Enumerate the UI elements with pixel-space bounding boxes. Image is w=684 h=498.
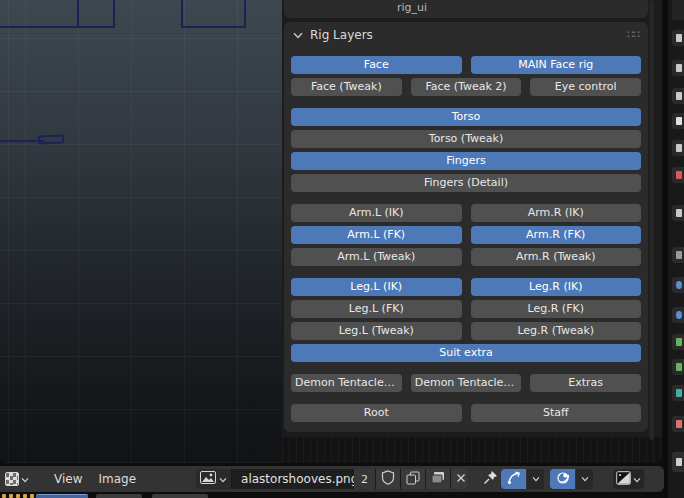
rig-layer-row: Arm.L (IK) Arm.R (IK) — [291, 204, 641, 222]
duplicate-icon — [406, 471, 420, 488]
image-editor-header: View Image alastorshooves.png 2 — [0, 466, 664, 492]
wireframe-bone — [38, 135, 64, 145]
rig-layer-button[interactable]: Leg.R (Tweak) — [471, 322, 642, 340]
properties-tab-icon[interactable] — [672, 307, 684, 323]
properties-tab-icon[interactable] — [672, 247, 684, 263]
editor-type-selector[interactable] — [2, 470, 32, 488]
properties-tab-icon[interactable] — [672, 60, 684, 76]
partial-panel — [672, 0, 684, 20]
menu-image[interactable]: Image — [90, 472, 144, 486]
overlays-toggle-widget — [550, 469, 593, 489]
display-channels-selector[interactable] — [613, 469, 644, 489]
rig-layer-button[interactable]: MAIN Face rig — [471, 56, 642, 74]
gizmos-toggle-widget — [501, 469, 544, 489]
panel-rig-ui: rig_ui — [284, 0, 648, 18]
rig-layer-button[interactable]: Face (Tweak) — [291, 78, 402, 96]
properties-tab-icon[interactable] — [672, 113, 684, 129]
rig-layer-row: Leg.L (Tweak) Leg.R (Tweak) — [291, 322, 641, 340]
rig-layer-button[interactable]: Fingers — [291, 152, 641, 170]
rig-layer-button[interactable]: Leg.L (Tweak) — [291, 322, 462, 340]
properties-tab-icon[interactable] — [672, 334, 684, 350]
rig-layer-button[interactable]: Arm.R (Tweak) — [471, 248, 642, 266]
keyframe-icon[interactable] — [16, 494, 20, 498]
rig-layer-button[interactable]: Staff — [471, 404, 642, 422]
drag-grip-icon[interactable]: ∷∷ — [627, 30, 639, 40]
rig-layer-row: Arm.L (Tweak) Arm.R (Tweak) — [291, 248, 641, 266]
properties-tab-icon[interactable] — [672, 416, 684, 432]
rig-layer-button[interactable]: Leg.L (FK) — [291, 300, 462, 318]
rig-layer-button[interactable]: Face — [291, 56, 462, 74]
properties-tab-icon[interactable] — [672, 167, 684, 183]
rig-layer-button[interactable]: Leg.R (IK) — [471, 278, 642, 296]
chevron-down-icon — [219, 473, 227, 486]
rig-layer-button[interactable]: Fingers (Detail) — [291, 174, 641, 192]
rig-layers-body: Face MAIN Face rig Face (Tweak) Face (Tw… — [284, 48, 648, 436]
rig-layer-button[interactable]: Torso (Tweak) — [291, 130, 641, 148]
rig-layer-button[interactable]: Arm.L (IK) — [291, 204, 462, 222]
keyframe-icon[interactable] — [2, 494, 6, 498]
viewport-background — [0, 0, 282, 463]
menu-view[interactable]: View — [46, 472, 90, 486]
rig-layer-row: Torso (Tweak) — [291, 130, 641, 148]
rig-layer-button[interactable]: Arm.R (IK) — [471, 204, 642, 222]
properties-tab-icon[interactable] — [672, 359, 684, 375]
browse-image-icon — [200, 471, 216, 487]
partial-header-icon[interactable] — [672, 452, 684, 472]
keyframe-icon[interactable] — [23, 494, 27, 498]
properties-editor-strip — [666, 0, 684, 498]
open-image-button[interactable] — [426, 469, 451, 489]
chevron-down-icon — [293, 29, 303, 42]
rig-layer-button[interactable]: Leg.L (IK) — [291, 278, 462, 296]
new-image-button[interactable] — [401, 469, 426, 489]
rig-layer-button[interactable]: Arm.R (FK) — [471, 226, 642, 244]
image-datablock-widget: alastorshooves.png 2 — [196, 469, 467, 489]
rig-layer-button[interactable]: Eye control — [530, 78, 641, 96]
image-users-count[interactable]: 2 — [354, 469, 376, 489]
image-stack-icon — [431, 471, 445, 487]
properties-tab-icon[interactable] — [672, 30, 684, 46]
overlay-icon — [556, 471, 570, 488]
properties-tab-icon[interactable] — [672, 205, 684, 221]
rig-layer-row: Fingers (Detail) — [291, 174, 641, 192]
rig-layer-button[interactable]: Extras — [530, 374, 641, 392]
rig-layer-button[interactable]: Arm.L (Tweak) — [291, 248, 462, 266]
gizmos-dropdown[interactable] — [527, 469, 544, 489]
rig-layer-button[interactable]: Demon Tentacles ... — [291, 374, 402, 392]
rig-layer-button[interactable]: Torso — [291, 108, 641, 126]
rig-layer-button[interactable]: Face (Tweak 2) — [411, 78, 522, 96]
image-name-field[interactable]: alastorshooves.png — [232, 469, 354, 489]
rig-layer-button[interactable]: Arm.L (FK) — [291, 226, 462, 244]
rig-layer-button[interactable]: Root — [291, 404, 462, 422]
fake-user-button[interactable] — [376, 469, 401, 489]
gizmo-icon — [507, 471, 521, 488]
keyframe-icon[interactable] — [9, 494, 13, 498]
properties-tab-icon[interactable] — [672, 277, 684, 293]
rig-layer-row: Leg.L (FK) Leg.R (FK) — [291, 300, 641, 318]
chevron-down-icon — [21, 473, 29, 486]
keyframe-icon[interactable] — [30, 494, 34, 498]
partial-button[interactable] — [36, 494, 88, 498]
panel-title: Rig Layers — [310, 28, 373, 42]
rig-layer-button[interactable]: Demon Tentacles ... — [411, 374, 522, 392]
image-editor-region: rig_ui Rig Layers ∷∷ Face MAIN Face rig — [0, 0, 662, 463]
partial-button[interactable] — [152, 494, 208, 498]
overlays-toggle[interactable] — [550, 469, 575, 489]
gizmos-toggle[interactable] — [501, 469, 526, 489]
rig-layer-row: Arm.L (FK) Arm.R (FK) — [291, 226, 641, 244]
grid-stripes — [282, 437, 662, 463]
rig-layer-button[interactable]: Leg.R (FK) — [471, 300, 642, 318]
unlink-image-button[interactable] — [451, 469, 467, 489]
pin-button[interactable] — [480, 468, 501, 490]
rig-layers-header[interactable]: Rig Layers ∷∷ — [284, 22, 648, 48]
properties-tab-icon[interactable] — [672, 385, 684, 401]
rig-layer-button[interactable]: Suit extra — [291, 344, 641, 362]
rig-layer-row: Face MAIN Face rig — [291, 56, 641, 74]
scrollbar[interactable] — [649, 0, 654, 440]
partial-button[interactable] — [96, 494, 142, 498]
close-icon — [456, 473, 466, 486]
properties-tab-icon[interactable] — [672, 140, 684, 156]
pushpin-icon — [483, 470, 498, 488]
properties-tab-icon[interactable] — [672, 88, 684, 104]
browse-image-button[interactable] — [196, 469, 232, 489]
overlays-dropdown[interactable] — [576, 469, 593, 489]
